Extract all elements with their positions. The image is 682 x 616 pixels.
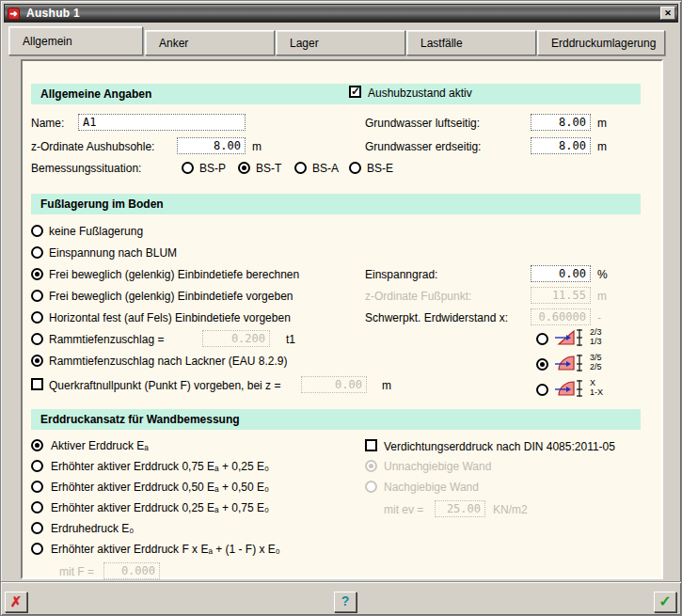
radio-frei-berechnen-label: Frei beweglich (gelenkig) Einbindetiefe …: [49, 268, 299, 282]
querkraftnullpunkt-checkbox[interactable]: [31, 378, 43, 390]
rammtiefenzuschlag-input: 0.200: [202, 330, 270, 347]
radio-aktiver-erddruck-label: Aktiver Erddruck Eₐ: [51, 439, 149, 453]
tab-lastfaelle[interactable]: Lastfälle: [406, 30, 536, 55]
pressure-diagram-quarter-icon: [555, 354, 587, 372]
dialog-window: ➜ Aushub 1 ✕ Allgemein Anker Lager Lastf…: [0, 0, 682, 616]
name-input[interactable]: A1: [78, 114, 246, 131]
app-arrow-icon: ➜: [8, 8, 20, 20]
tab-label: Allgemein: [23, 35, 72, 48]
radio-erhoeht-050-label: Erhöhter aktiver Erddruck 0,50 Eₐ + 0,50…: [51, 481, 269, 495]
cancel-x-icon: ✗: [10, 593, 23, 609]
radio-frei-berechnen[interactable]: [31, 268, 43, 280]
tab-label: Erddruckumlagerung: [551, 37, 656, 50]
fusspunkt-unit: m: [597, 290, 607, 304]
radio-aktiver-erddruck[interactable]: [31, 439, 43, 451]
fraction-top: X: [590, 378, 595, 387]
section-header-erddruckansatz: Erddruckansatz für Wandbemessung: [31, 409, 641, 430]
tab-allgemein[interactable]: Allgemein: [8, 26, 143, 55]
radio-erhoeht-050[interactable]: [31, 481, 43, 493]
fraction-labels-2-3: 2/31/3: [590, 327, 602, 346]
einspanngrad-label: Einspanngrad:: [365, 268, 437, 282]
mit-ev-label: mit ev =: [384, 503, 423, 517]
fraction-labels-3-5: 3/52/5: [590, 353, 602, 371]
cancel-button[interactable]: ✗: [5, 592, 27, 612]
radio-frei-vorgeben-label: Frei beweglich (gelenkig) Einbindetiefe …: [49, 290, 293, 304]
radio-bs-p[interactable]: [182, 162, 194, 174]
fraction-bottom: 1-X: [590, 387, 603, 397]
tab-label: Lager: [290, 37, 319, 50]
radio-fraction-2-3[interactable]: [536, 333, 548, 345]
radio-horizontal-fest[interactable]: [31, 311, 43, 324]
footer-divider: [1, 581, 682, 583]
tab-content-panel: Allgemeine Angaben Aushubzustand aktiv N…: [21, 59, 663, 579]
ok-check-icon: ✓: [658, 593, 671, 609]
help-button[interactable]: ?: [334, 592, 357, 612]
querkraftnullpunkt-unit: m: [382, 379, 391, 393]
radio-frei-vorgeben[interactable]: [31, 290, 43, 302]
aushubzustand-label: Aushubzustand aktiv: [368, 87, 472, 101]
radio-bs-e[interactable]: [349, 162, 361, 174]
querkraftnullpunkt-input: 0.00: [301, 376, 367, 393]
radio-erhoeht-075[interactable]: [31, 460, 43, 472]
radio-erhoeht-f-label: Erhöhter aktiver Erddruck F x Eₐ + (1 - …: [51, 543, 280, 557]
radio-rammtiefenzuschlag-label: Rammtiefenzuschlag =: [49, 333, 164, 347]
radio-bs-a-label: BS-A: [312, 162, 339, 176]
window-title: Aushub 1: [26, 7, 80, 20]
radio-erhoeht-075-label: Erhöhter aktiver Erddruck 0,75 Eₐ + 0,25…: [51, 460, 269, 474]
radio-erhoeht-f[interactable]: [31, 543, 43, 555]
schwerpkt-label: Schwerpkt. Erdwiderstand x:: [365, 311, 508, 325]
verdichtungserddruck-checkbox[interactable]: [365, 439, 377, 451]
radio-bs-t[interactable]: [238, 162, 250, 174]
fraction-labels-x: X1-X: [590, 378, 603, 397]
radio-erdruhedruck-label: Erdruhedruck E₀: [51, 522, 134, 536]
radio-fraction-3-5[interactable]: [536, 358, 548, 371]
verdichtungserddruck-label: Verdichtungserddruck nach DIN 4085:2011-…: [384, 440, 615, 454]
fraction-bottom: 1/3: [590, 337, 602, 346]
radio-einspannung-blum[interactable]: [31, 246, 43, 259]
pressure-diagram-quarter-icon: [555, 379, 587, 398]
querkraftnullpunkt-label: Querkraftnullpunkt (Punkt F) vorgeben, b…: [49, 379, 280, 393]
radio-bs-p-label: BS-P: [199, 162, 226, 176]
section-header-fusslagerung: Fußlagerung im Boden: [31, 194, 641, 214]
einspanngrad-unit: %: [597, 268, 608, 282]
tab-lager[interactable]: Lager: [276, 30, 405, 55]
gw-erdseitig-input[interactable]: 8.00: [531, 137, 591, 154]
radio-nachgiebige-wand-label: Nachgiebige Wand: [384, 481, 479, 495]
radio-erhoeht-025[interactable]: [31, 501, 43, 513]
radio-lackner[interactable]: [31, 355, 43, 367]
fraction-top: 2/3: [590, 327, 602, 337]
z-ordinate-input[interactable]: 8.00: [177, 137, 246, 154]
einspanngrad-input[interactable]: 0.00: [531, 265, 591, 282]
gw-luftseitig-label: Grundwasser luftseitig:: [365, 117, 480, 131]
radio-nachgiebige-wand: [365, 481, 377, 493]
close-icon[interactable]: ✕: [660, 7, 675, 20]
radio-bs-t-label: BS-T: [256, 162, 281, 176]
tab-label: Lastfälle: [420, 37, 463, 50]
radio-fraction-x[interactable]: [536, 384, 548, 396]
bemessungssituation-label: Bemessungssituation:: [31, 162, 141, 176]
title-bar[interactable]: ➜ Aushub 1 ✕: [4, 4, 678, 23]
gw-erdseitig-label: Grundwasser erdseitig:: [365, 140, 481, 154]
mit-ev-input: 25.00: [435, 500, 485, 517]
aushubzustand-checkbox[interactable]: [349, 86, 361, 98]
name-label: Name:: [31, 117, 64, 131]
mit-f-label: mit F =: [59, 565, 94, 579]
fusspunkt-label: z-Ordinate Fußpunkt:: [365, 290, 471, 304]
gw-luftseitig-input[interactable]: 8.00: [531, 114, 591, 131]
pressure-diagram-triangle-icon: [555, 328, 587, 347]
radio-bs-a[interactable]: [294, 162, 307, 174]
radio-keine-fusslagerung[interactable]: [31, 225, 43, 237]
tab-anker[interactable]: Anker: [145, 30, 275, 55]
z-ordinate-label: z-Ordinate Aushubsohle:: [31, 140, 154, 154]
radio-lackner-label: Rammtiefenzuschlag nach Lackner (EAU 8.2…: [49, 355, 287, 369]
radio-unnachgiebige-wand: [365, 460, 377, 472]
fusspunkt-input: 11.55: [531, 287, 591, 304]
ok-button[interactable]: ✓: [654, 592, 676, 612]
radio-bs-e-label: BS-E: [367, 162, 393, 176]
schwerpkt-unit: -: [597, 311, 601, 325]
z-ordinate-unit: m: [252, 140, 262, 154]
radio-erdruhedruck[interactable]: [31, 522, 43, 534]
radio-unnachgiebige-wand-label: Unnachgiebige Wand: [384, 460, 491, 474]
tab-erddruckumlagerung[interactable]: Erddruckumlagerung: [537, 30, 665, 55]
radio-rammtiefenzuschlag[interactable]: [31, 333, 43, 345]
